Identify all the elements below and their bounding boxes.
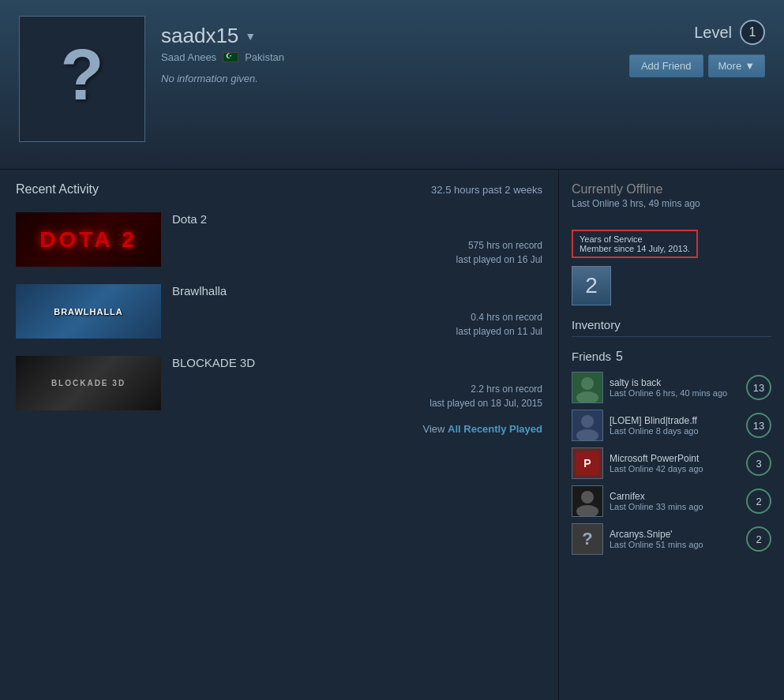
friend-name-4[interactable]: Arcanys.Snipe' — [610, 529, 740, 540]
friend-name-3[interactable]: Carnifex — [610, 491, 740, 502]
friend-level-2: 3 — [746, 451, 771, 476]
level-section: Level 1 — [694, 20, 765, 45]
more-label: More — [718, 60, 742, 72]
dota2-logo-art: DOTA 2 — [16, 212, 161, 267]
profile-header: ? saadx15 ▼ Saad Anees Pakistan No infor… — [0, 0, 784, 170]
friend-avatar-2[interactable]: P — [572, 447, 603, 479]
inventory-title[interactable]: Inventory — [572, 318, 771, 337]
friend-avatar-1[interactable] — [572, 410, 603, 441]
country-flag — [223, 52, 238, 62]
svg-point-6 — [581, 491, 594, 503]
brawlhalla-hrs: 0.4 hrs on record — [172, 310, 542, 324]
friend-avatar-0[interactable] — [572, 372, 603, 403]
friend-status-0: Last Online 6 hrs, 40 mins ago — [610, 388, 740, 398]
dota2-name[interactable]: Dota 2 — [172, 212, 542, 226]
dota2-stats: 575 hrs on record last played on 16 Jul — [172, 238, 542, 267]
blockade3d-name[interactable]: BLOCKADE 3D — [172, 356, 542, 369]
friend-level-1: 13 — [746, 413, 771, 438]
blockade3d-stats: 2.2 hrs on record last played on 18 Jul,… — [172, 382, 542, 410]
svg-text:?: ? — [582, 529, 592, 548]
dota2-thumbnail[interactable]: DOTA 2 — [16, 212, 161, 267]
friend-item-0: salty is back Last Online 6 hrs, 40 mins… — [572, 372, 771, 403]
brawlhalla-logo-art: BRAWLHALLA — [54, 307, 123, 316]
dota2-last-played: last played on 16 Jul — [172, 253, 542, 267]
left-panel: Recent Activity 32.5 hours past 2 weeks … — [0, 170, 559, 700]
level-badge: 1 — [740, 20, 765, 45]
country: Pakistan — [245, 51, 284, 63]
brawlhalla-details: Brawlhalla 0.4 hrs on record last played… — [172, 284, 542, 339]
friend-item-4: ? Arcanys.Snipe' Last Online 51 mins ago… — [572, 523, 771, 555]
view-all-recently-played-link[interactable]: All Recently Played — [448, 423, 542, 435]
blockade3d-last-played: last played on 18 Jul, 2015 — [172, 396, 542, 410]
status-section: Currently Offline Last Online 3 hrs, 49 … — [572, 182, 771, 209]
level-label: Level — [694, 24, 732, 42]
last-online: Last Online 3 hrs, 49 mins ago — [572, 198, 771, 209]
friends-section: Friends 5 salty is back Last Online 6 hr… — [572, 350, 771, 555]
profile-right: Level 1 Add Friend More ▼ — [591, 16, 765, 77]
avatar-placeholder: ? — [61, 39, 104, 118]
friend-item-2: P Microsoft PowerPoint Last Online 42 da… — [572, 447, 771, 479]
friend-avatar-4[interactable]: ? — [572, 523, 603, 555]
view-all-row: View All Recently Played — [16, 423, 542, 435]
inventory-section: Inventory — [572, 318, 771, 337]
brawlhalla-thumbnail[interactable]: BRAWLHALLA — [16, 284, 161, 339]
activity-header: Recent Activity 32.5 hours past 2 weeks — [16, 182, 542, 197]
brawlhalla-last-played: last played on 11 Jul — [172, 324, 542, 339]
action-buttons: Add Friend More ▼ — [629, 54, 765, 77]
years-of-service-badge: Years of Service Member since 14 July, 2… — [572, 230, 698, 258]
friend-avatar-3[interactable] — [572, 485, 603, 517]
real-name-row: Saad Anees Pakistan — [161, 51, 576, 63]
main-content: Recent Activity 32.5 hours past 2 weeks … — [0, 170, 784, 700]
profile-info: saadx15 ▼ Saad Anees Pakistan No informa… — [161, 16, 576, 84]
friend-name-0[interactable]: salty is back — [610, 377, 740, 388]
dota2-hrs: 575 hrs on record — [172, 238, 542, 253]
friend-info-3: Carnifex Last Online 33 mins ago — [610, 491, 740, 511]
bio: No information given. — [161, 73, 576, 84]
friend-item-1: [LOEM] Blind|trade.ff Last Online 8 days… — [572, 410, 771, 441]
game-item-dota2: DOTA 2 Dota 2 575 hrs on record last pla… — [16, 208, 542, 271]
blockade3d-hrs: 2.2 hrs on record — [172, 382, 542, 396]
svg-text:P: P — [583, 457, 591, 470]
friends-title: Friends — [572, 350, 611, 363]
game-item-blockade3d: BLOCKADE 3D BLOCKADE 3D 2.2 hrs on recor… — [16, 351, 542, 415]
username-row: saadx15 ▼ — [161, 24, 576, 48]
real-name: Saad Anees — [161, 51, 216, 63]
username: saadx15 — [161, 24, 238, 48]
friend-info-4: Arcanys.Snipe' Last Online 51 mins ago — [610, 529, 740, 549]
game-item-brawlhalla: BRAWLHALLA Brawlhalla 0.4 hrs on record … — [16, 279, 542, 343]
years-number-badge: 2 — [572, 266, 611, 305]
svg-point-3 — [576, 429, 598, 440]
activity-hours: 32.5 hours past 2 weeks — [431, 184, 542, 196]
svg-point-0 — [581, 377, 594, 390]
brawlhalla-name[interactable]: Brawlhalla — [172, 284, 542, 298]
friend-status-4: Last Online 51 mins ago — [610, 540, 740, 549]
friend-status-1: Last Online 8 days ago — [610, 426, 740, 436]
friend-name-2[interactable]: Microsoft PowerPoint — [610, 453, 740, 464]
svg-point-7 — [576, 505, 598, 516]
more-button[interactable]: More ▼ — [708, 54, 766, 77]
friend-info-1: [LOEM] Blind|trade.ff Last Online 8 days… — [610, 415, 740, 436]
status-title: Currently Offline — [572, 182, 771, 197]
years-of-service-title: Years of Service — [580, 234, 690, 244]
friend-level-0: 13 — [746, 375, 771, 400]
blockade3d-thumbnail[interactable]: BLOCKADE 3D — [16, 356, 161, 410]
blockade3d-details: BLOCKADE 3D 2.2 hrs on record last playe… — [172, 356, 542, 410]
friend-info-0: salty is back Last Online 6 hrs, 40 mins… — [610, 377, 740, 398]
blockade3d-logo-art: BLOCKADE 3D — [51, 379, 126, 387]
right-panel: Currently Offline Last Online 3 hrs, 49 … — [559, 170, 784, 700]
years-member-since: Member since 14 July, 2013. — [580, 244, 690, 253]
friend-item-3: Carnifex Last Online 33 mins ago 2 — [572, 485, 771, 517]
friend-status-3: Last Online 33 mins ago — [610, 502, 740, 511]
friend-level-4: 2 — [746, 526, 771, 552]
friend-info-2: Microsoft PowerPoint Last Online 42 days… — [610, 453, 740, 474]
username-dropdown-icon[interactable]: ▼ — [245, 30, 256, 43]
avatar: ? — [19, 16, 145, 142]
friends-count: 5 — [616, 350, 623, 364]
friend-status-2: Last Online 42 days ago — [610, 464, 740, 474]
activity-title: Recent Activity — [16, 182, 99, 197]
add-friend-button[interactable]: Add Friend — [629, 54, 703, 77]
friends-header: Friends 5 — [572, 350, 771, 364]
friend-name-1[interactable]: [LOEM] Blind|trade.ff — [610, 415, 740, 426]
svg-point-2 — [581, 415, 594, 428]
view-all-prefix: View — [422, 423, 445, 435]
